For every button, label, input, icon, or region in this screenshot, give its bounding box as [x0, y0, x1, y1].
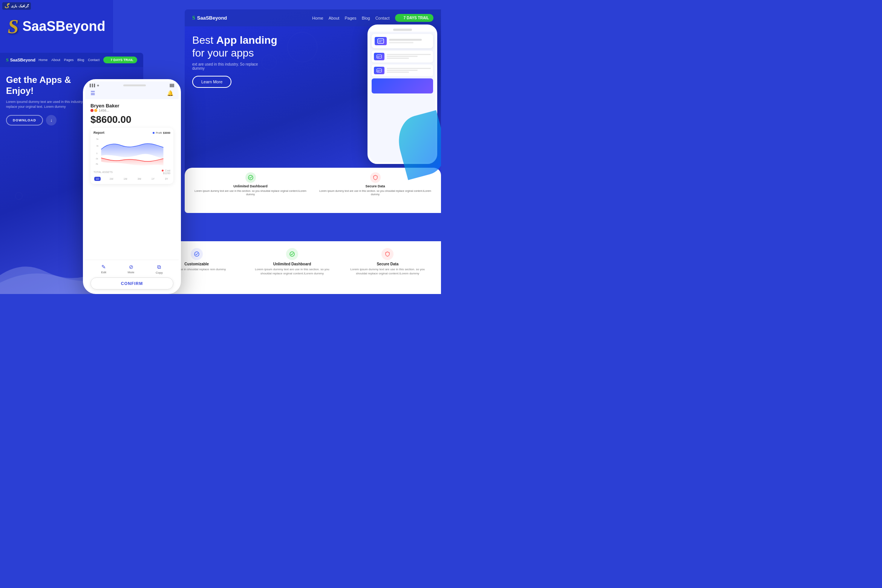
big-logo: S SaaSBeyond [8, 15, 106, 38]
time-filter-1w[interactable]: 1W [108, 177, 115, 181]
chart-legend: Profit $3000 [153, 132, 170, 134]
rp-cta-label: 7 DAYS TRAIL [404, 16, 429, 20]
bell-icon[interactable]: 🔔 [167, 90, 173, 96]
lp-hero-line2: Enjoy! [6, 86, 34, 96]
download-arrow-icon[interactable]: ↓ [46, 115, 57, 126]
rp-feature-unlimited: Unlimited Dashboard Lorem ipsum dummy te… [191, 172, 310, 208]
rp-nav-contact[interactable]: Contact [375, 16, 390, 20]
rp-feat-title-unlimited: Unlimited Dashboard [191, 184, 310, 188]
legend-value-profit: $3000 [163, 132, 170, 134]
rp-nav-about[interactable]: About [329, 16, 340, 20]
feat-icon-secure-data [381, 248, 394, 260]
download-button-group[interactable]: DOWNLOAD ↓ [6, 115, 57, 126]
rp-logo: S SaaSBeyond [192, 15, 227, 21]
lp-nav-dot-icon [107, 59, 109, 61]
lp-nav-contact[interactable]: Contact [88, 58, 100, 62]
chart-total-assets: TOTAL ASSETS Cost $1200 [93, 169, 170, 175]
download-label[interactable]: DOWNLOAD [6, 115, 43, 126]
edit-label: Edit [101, 271, 106, 274]
copy-label: Copy [156, 271, 163, 274]
watermark: گ گرافیک بازی [2, 2, 31, 10]
rp-nav-dot-icon [400, 17, 402, 19]
rp-nav-home[interactable]: Home [312, 16, 323, 20]
rp-mini-card-1 [372, 51, 433, 63]
rp-logo-s-icon: S [192, 15, 195, 21]
lp-nav-blog[interactable]: Blog [77, 58, 84, 62]
svg-text:-5k: -5k [95, 163, 98, 165]
mc-dot-red [90, 109, 93, 112]
rp-phone-card-top [372, 34, 433, 48]
logo-name-text: SaaSBeyond [22, 18, 105, 34]
svg-text:-3k: -3k [95, 158, 98, 160]
watermark-icon: گ [5, 3, 9, 9]
rp-mini-card-2 [372, 64, 433, 77]
chart-header: Report Profit $3000 [93, 131, 170, 135]
rp-hero-title-bold: App landing [216, 34, 277, 46]
edit-icon: ✎ [101, 264, 106, 270]
time-filter-1y[interactable]: 1Y [150, 177, 156, 181]
feature-secure-data: Secure Data Lorem ipsum dummy text are u… [342, 245, 433, 290]
rp-mini-icon-2 [374, 67, 384, 74]
phone-status-bar: ▌▌▌ ◈ ▓▓ [85, 81, 179, 88]
left-preview-nav: S SaaSBeyond Home About Pages Blog Conta… [0, 53, 143, 67]
rp-hero-title-normal: Best [192, 34, 216, 46]
rp-mini-icon-1 [374, 53, 384, 60]
rp-nav-links: Home About Pages Blog Contact 7 DAYS TRA… [312, 14, 433, 22]
mute-action[interactable]: ⊘ Mute [128, 264, 135, 274]
svg-text:3k: 3k [96, 145, 98, 147]
lp-nav-cta-button[interactable]: 7 DAYS TRAIL [103, 57, 137, 63]
action-row: ✎ Edit ⊘ Mute ⧉ Copy [90, 264, 173, 274]
rp-feat-desc-secure: Lorem ipsum dummy text are use in this s… [315, 189, 435, 196]
lp-nav-home[interactable]: Home [38, 58, 47, 62]
chart-title: Report [93, 131, 104, 135]
copy-action[interactable]: ⧉ Copy [156, 264, 163, 274]
lp-nav-about[interactable]: About [51, 58, 60, 62]
center-phone-mockup: ▌▌▌ ◈ ▓▓ ☰ 🔔 Bryen Baker 1456... $8600.0… [83, 79, 181, 294]
learn-more-button[interactable]: Learn More [192, 76, 231, 88]
confirm-button[interactable]: CONFIRM [90, 277, 173, 289]
time-filter-3m[interactable]: 3M [136, 177, 143, 181]
chart-svg: 5k 3k 0 -3k -5k [93, 136, 170, 166]
chart-area: Report Profit $3000 5k 3k 0 -3k -5k [90, 128, 173, 184]
logo-s-icon: S [8, 15, 19, 38]
legend-label-profit: Profit [156, 132, 162, 134]
menu-icon[interactable]: ☰ [90, 90, 95, 96]
rp-nav-pages[interactable]: Pages [345, 16, 356, 20]
mastercard-dots [90, 109, 97, 112]
mute-icon: ⊘ [129, 264, 133, 270]
rp-bottom-features: Unlimited Dashboard Lorem ipsum dummy te… [185, 168, 441, 213]
edit-action[interactable]: ✎ Edit [101, 264, 106, 274]
feat-icon-customizable [191, 248, 203, 260]
lp-hero-line1: Get the Apps & [6, 75, 71, 85]
rp-mini-lines-2 [387, 68, 431, 74]
right-preview-panel: S SaaSBeyond Home About Pages Blog Conta… [185, 9, 441, 213]
feat-desc-secure-data: Lorem ipsum dummy text are use in this s… [345, 267, 430, 276]
cost-legend-dot [162, 170, 164, 172]
rp-solid-card [372, 78, 433, 93]
lp-cta-label: 7 DAYS TRAIL [110, 58, 133, 62]
rp-nav-blog[interactable]: Blog [362, 16, 370, 20]
rp-feat-icon-secure [370, 172, 381, 183]
time-filter-1m[interactable]: 1M [122, 177, 129, 181]
rp-mini-lines-1 [387, 54, 431, 60]
feat-title-secure-data: Secure Data [345, 262, 430, 266]
rp-feat-title-secure: Secure Data [315, 184, 435, 188]
time-filter-3y[interactable]: 3Y [163, 177, 170, 181]
phone-battery: ▓▓ [170, 84, 174, 87]
feat-icon-unlimited-dashboard [286, 248, 298, 260]
feat-title-unlimited-dashboard: Unlimited Dashboard [249, 262, 335, 266]
lp-nav-pages[interactable]: Pages [64, 58, 74, 62]
lp-logo: S SaaSBeyond [6, 57, 35, 63]
lp-logo-name: SaaSBeyond [10, 58, 35, 62]
phone-bottom-bar: ✎ Edit ⊘ Mute ⧉ Copy CONFIRM [85, 260, 179, 292]
rp-nav-cta-button[interactable]: 7 DAYS TRAIL [395, 14, 433, 22]
svg-rect-0 [378, 39, 384, 43]
rp-feat-icon-unlimited [245, 172, 256, 183]
watermark-text: گرافیک بازی [11, 4, 29, 8]
cost-value: $1200 [163, 172, 170, 175]
mc-dot-amber [94, 109, 97, 112]
legend-dot-profit [153, 132, 155, 134]
copy-icon: ⧉ [157, 264, 161, 270]
time-filter-1d[interactable]: 1D [94, 177, 101, 181]
phone-content-area: Bryen Baker 1456... $8600.00 Report Prof… [85, 99, 179, 260]
